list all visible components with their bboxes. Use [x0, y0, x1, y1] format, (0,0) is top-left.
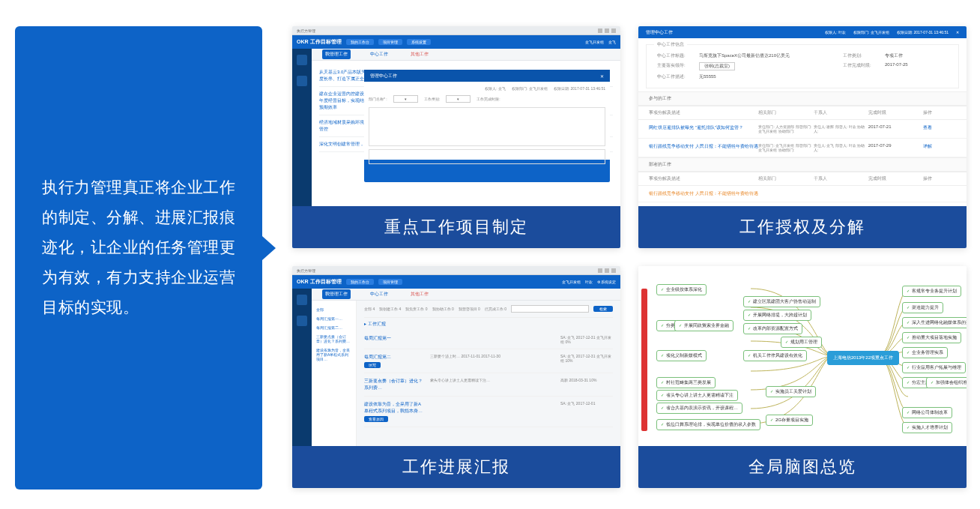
mindmap-node[interactable]: 深入生进网络化融媒体系的落地执行 [902, 317, 967, 328]
sidenav-item[interactable] [297, 316, 307, 326]
gear-icon[interactable]: ⚙ 系统设定 [597, 280, 616, 284]
mindmap-node[interactable]: 推动重大项目落地实施 [902, 332, 961, 343]
mindmap-node[interactable]: 网络公司体制改革 [902, 407, 952, 418]
tree-item[interactable]: 全部 [316, 305, 351, 314]
tab-other[interactable]: 其他工作 [408, 49, 432, 59]
mindmap-node[interactable]: 建立区黑建团大客户协售动运制 [743, 296, 820, 307]
table-row[interactable]: 网红饼店雇排队被曝光 "雇托排队"该如何监管？ 责任部门: 人力资源部 部督部门… [638, 120, 967, 139]
item-title[interactable]: 三新要点奏（会订章）进化？系列费… [364, 378, 424, 391]
card-auth-screenshot: 管理中心工作 权限人: 叶欢 权限部门: 金飞开发组 权限日期: 2017-07… [638, 26, 967, 206]
card-caption: 工作授权及分解 [638, 206, 967, 248]
tree-panel[interactable]: 全部 每周汇报第一… 每周汇报第二… 三新要点奏（会订章）进化？系列费… 建设依… [312, 301, 357, 446]
table-header: 事项分解及描述相关部门干系人完成时限操作 [638, 172, 967, 186]
mindmap-node[interactable]: 实施员工关爱计划 [766, 386, 816, 397]
mindmap-node[interactable]: 村社范畴集两三类发展 [656, 377, 716, 388]
tab-center[interactable]: 中心工作 [367, 289, 391, 299]
intro-card: 执行力管理真正将企业工作的制定、分解、进展汇报痕迹化，让企业的任务管理更为有效，… [15, 26, 262, 490]
nav-pill[interactable]: 我的工作台 [346, 39, 374, 45]
user-group[interactable]: 金飞开发组 [585, 40, 604, 44]
item-title[interactable]: 每周汇报第二 [364, 354, 424, 361]
mindmap-canvas[interactable]: 上海电信2013年22项重点工作 全业级按体系深化 分类主题 开展同政策索业界金… [638, 266, 967, 446]
tab-my-managed[interactable]: 我管理工作 [322, 49, 351, 59]
filter-item[interactable]: 我负责工作 0 [405, 307, 427, 311]
nav-pill[interactable]: 我的工作台 [346, 279, 374, 285]
mindmap-node[interactable]: 省合共基内表演示资讯，开设课程… [656, 403, 742, 414]
user-name[interactable]: 金飞 [608, 40, 616, 44]
item-title[interactable]: 建设依靠为音，全采用了新A单程式系列项目，我指本身… [364, 401, 424, 415]
search-input[interactable] [511, 305, 589, 313]
left-sidenav[interactable] [292, 289, 312, 446]
card-key-work[interactable]: 执行力管理 OKR 工作目标管理 我的工作台 项目管理 系统设置 金飞开发组 金… [292, 26, 620, 248]
filter-item[interactable]: 已完成工作 0 [485, 307, 506, 311]
intro-text: 执行力管理真正将企业工作的制定、分解、进展汇报痕迹化，让企业的任务管理更为有效，… [42, 172, 235, 322]
search-button[interactable]: 检索 [593, 306, 613, 312]
card-progress-screenshot: 执行力管理 OKR 工作目标管理 我的工作台 项目管理 金飞开发组 叶欢 ⚙ 系… [292, 266, 620, 446]
sidenav-item[interactable] [297, 76, 307, 86]
mindmap-node[interactable]: 开展网络排堤，大跨超计划 [743, 310, 811, 321]
mindmap-node[interactable]: 渠道能力提升 [902, 302, 943, 313]
nav-pill[interactable]: 项目管理 [378, 39, 402, 45]
filter-item[interactable]: 我协助工作 0 [432, 307, 454, 311]
mindmap-node[interactable]: 全业务管理实系 [902, 347, 948, 358]
highlighted-row[interactable]: 银行跟线竞争移动支付 人民日报：不能牺牲年费给待遇 [638, 186, 967, 202]
mindmap-node[interactable]: 项化义制新媒模式 [656, 350, 707, 361]
list-item[interactable]: 建设依靠为音，全采用了新A单程式系列项目，我指本身… 查看原因 SA: 金飞 2… [364, 397, 613, 427]
close-icon[interactable]: ✕ [600, 73, 604, 79]
deploy-section: 部署的工作 [638, 157, 967, 172]
mindmap-node[interactable]: 机关工作作风建设有效化 [743, 350, 807, 361]
mindmap-node[interactable]: 行业应用客户拓展与维理 [902, 362, 966, 373]
mindmap-node[interactable]: 低位口舞系理论排，实现单位价值的录入参数 [656, 419, 760, 430]
tab-center[interactable]: 中心工作 [367, 49, 391, 59]
mindmap-node[interactable]: 实施人才培养计划 [902, 422, 952, 433]
window-title: 执行力管理 [297, 28, 315, 33]
nav-pill[interactable]: 系统设置 [407, 39, 431, 45]
table-row[interactable]: 银行跟线竞争移动支付 人民日报：不能牺牲年费给待遇 责任部门: 金飞开发组 部督… [638, 139, 967, 157]
filter-item[interactable]: 我创建工作 4 [379, 307, 401, 311]
sidenav-item[interactable] [297, 55, 307, 65]
card-key-work-screenshot: 执行力管理 OKR 工作目标管理 我的工作台 项目管理 系统设置 金飞开发组 金… [292, 26, 620, 206]
list-item[interactable]: 每周汇报第二 填写 三新要个适上时… 2017-11-01 2017-11-30… [364, 349, 613, 373]
tab-other[interactable]: 其他工作 [408, 289, 432, 299]
tree-item[interactable]: 建设依靠为音，全采用了新A单程式系列项目… [316, 346, 351, 364]
list-item[interactable]: 三新要点奏（会订章）进化？系列费… 索头专心讲上讲土人更需精读下注… 高新 20… [364, 373, 613, 397]
participate-section: 参与的工作 [638, 91, 967, 106]
sidenav-item[interactable] [297, 295, 307, 305]
card-caption: 工作进展汇报 [292, 446, 620, 488]
app-logo: OKR 工作目标管理 [297, 278, 342, 286]
card-mindmap[interactable]: 上海电信2013年22项重点工作 全业级按体系深化 分类主题 开展同政策索业界金… [638, 266, 967, 488]
user-group[interactable]: 金飞开发组 [562, 280, 581, 284]
card-auth-breakdown[interactable]: 管理中心工作 权限人: 叶欢 权限部门: 金飞开发组 权限日期: 2017-07… [638, 26, 967, 248]
modal-header: 管理中心工作 ✕ [364, 70, 610, 82]
tree-item[interactable]: 每周汇报第一… [316, 314, 351, 323]
modal-body: 权限人: 金飞 权限部门: 金飞开发组 权限日期: 2017-07-31 13:… [364, 82, 610, 160]
center-work-info: 中心工作信息 中心工作标题:马斯克旗下SpaceX公司最新估值达210亿美元 主… [646, 44, 959, 88]
mindmap-node[interactable]: 客规常专业务提升计划 [902, 286, 961, 297]
filter-item[interactable]: 我营督项目 0 [459, 307, 480, 311]
detail-header: 管理中心工作 权限人: 叶欢 权限部门: 金飞开发组 权限日期: 2017-07… [638, 26, 967, 38]
list-item[interactable]: 每周汇报第一 SA: 金飞 2017-12-31 金飞开发组 0% [364, 331, 613, 349]
left-sidenav[interactable] [292, 49, 312, 206]
tree-item[interactable]: 三新要点奏（会订章）进化？系列费… [316, 332, 351, 346]
tree-item[interactable]: 每周汇报第二… [316, 323, 351, 332]
table-row[interactable]: 银行跟线竞争移动支付 人民日报：不能牺牲年费给待遇（办公… 责任部门: 办公室 … [638, 202, 967, 206]
mindmap-node[interactable]: 全业级按体系深化 [656, 284, 707, 295]
nav-pill[interactable]: 项目管理 [378, 279, 402, 285]
mindmap-node[interactable]: 改革内部资源配置方式 [743, 323, 802, 334]
mindmap-node[interactable]: 开展同政策索业界金融 [674, 320, 734, 331]
modal-title: 管理中心工作 [370, 73, 397, 79]
close-icon[interactable]: ✕ [956, 30, 959, 34]
mindmap-node[interactable]: 加强体会组织准则… [926, 377, 967, 388]
view-link[interactable]: 查看 [923, 124, 956, 131]
card-caption: 重点工作项目制定 [292, 206, 620, 248]
detail-link[interactable]: 详解 [923, 143, 956, 150]
card-progress-report[interactable]: 执行力管理 OKR 工作目标管理 我的工作台 项目管理 金飞开发组 叶欢 ⚙ 系… [292, 266, 620, 488]
mindmap-center-node[interactable]: 上海电信2013年22项重点工作 [827, 351, 899, 365]
tab-my-managed[interactable]: 我管理工作 [322, 289, 351, 299]
feature-grid: 执行力管理 OKR 工作目标管理 我的工作台 项目管理 系统设置 金飞开发组 金… [292, 26, 967, 488]
mindmap-node[interactable]: 省头专心讲上讲土人更需精读下注 [656, 390, 738, 401]
mindmap-node[interactable]: 2G存量项目实施 [766, 415, 813, 426]
filter-item[interactable]: 全部 4 [364, 307, 375, 311]
filter-bar: 全部 4 我创建工作 4 我负责工作 0 我协助工作 0 我营督项目 0 已完成… [364, 305, 613, 318]
mindmap-node[interactable]: 规划用工管理 [781, 337, 822, 348]
item-title[interactable]: 每周汇报第一 [364, 335, 424, 342]
